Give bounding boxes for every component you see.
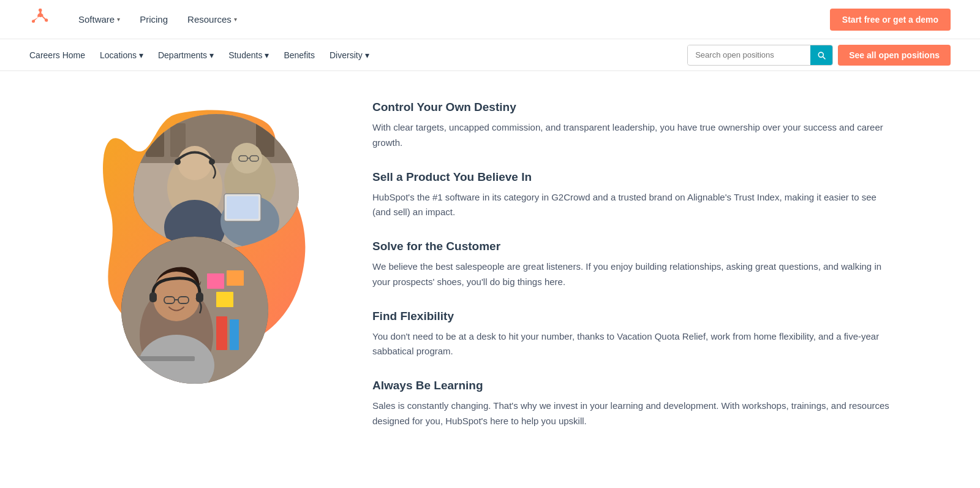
top-nav-links: Software ▾ Pricing Resources ▾ [71, 9, 830, 29]
hubspot-logo[interactable] [29, 9, 51, 31]
students-link[interactable]: Students ▾ [228, 50, 269, 60]
locations-link[interactable]: Locations ▾ [100, 50, 143, 60]
benefits-link[interactable]: Benefits [284, 50, 315, 60]
top-nav: Software ▾ Pricing Resources ▾ Start fre… [0, 0, 980, 39]
nav-resources[interactable]: Resources ▾ [180, 9, 244, 29]
feature-sell-product: Sell a Product You Believe In HubSpot's … [372, 170, 889, 221]
svg-rect-20 [227, 270, 244, 286]
search-input-wrap [687, 45, 833, 66]
search-button[interactable] [810, 45, 832, 65]
feature-title-5: Always Be Learning [372, 379, 889, 392]
nav-software[interactable]: Software ▾ [71, 9, 127, 29]
feature-title-3: Solve for the Customer [372, 240, 889, 253]
main-content: Control Your Own Destiny With clear targ… [61, 71, 919, 473]
search-input[interactable] [688, 45, 810, 64]
feature-title-4: Find Flexibility [372, 310, 889, 323]
woman-photo [121, 237, 268, 384]
diversity-link[interactable]: Diversity ▾ [330, 50, 369, 60]
svg-point-8 [209, 159, 215, 165]
image-section [91, 96, 323, 390]
svg-rect-17 [227, 196, 258, 219]
careers-home-link[interactable]: Careers Home [29, 50, 85, 60]
search-container: See all open positions [687, 45, 951, 66]
careers-nav: Careers Home Locations ▾ Departments ▾ S… [0, 39, 980, 71]
see-all-positions-button[interactable]: See all open positions [838, 45, 951, 66]
software-chevron-icon: ▾ [117, 16, 120, 23]
nav-pricing[interactable]: Pricing [132, 9, 175, 29]
feature-always-learning: Always Be Learning Sales is constantly c… [372, 379, 889, 429]
svg-point-7 [175, 159, 181, 165]
feature-desc-5: Sales is constantly changing. That's why… [372, 398, 889, 429]
feature-control-destiny: Control Your Own Destiny With clear targ… [372, 101, 889, 151]
photo-bottom [121, 237, 268, 384]
locations-chevron-icon: ▾ [139, 50, 143, 60]
departments-chevron-icon: ▾ [209, 50, 214, 60]
text-section: Control Your Own Destiny With clear targ… [372, 96, 889, 449]
svg-rect-19 [207, 273, 224, 289]
start-free-button[interactable]: Start free or get a demo [830, 9, 951, 31]
svg-rect-21 [216, 292, 233, 307]
feature-title-2: Sell a Product You Believe In [372, 170, 889, 184]
search-icon [816, 50, 826, 60]
svg-point-6 [178, 146, 212, 180]
svg-rect-23 [230, 319, 239, 350]
photo-bottom-image [121, 237, 268, 384]
feature-desc-3: We believe the best salespeople are grea… [372, 259, 889, 290]
feature-title-1: Control Your Own Destiny [372, 101, 889, 114]
feature-solve-customer: Solve for the Customer We believe the be… [372, 240, 889, 290]
students-chevron-icon: ▾ [265, 50, 269, 60]
departments-link[interactable]: Departments ▾ [158, 50, 214, 60]
feature-desc-4: You don't need to be at a desk to hit yo… [372, 329, 889, 360]
diversity-chevron-icon: ▾ [365, 50, 369, 60]
svg-rect-27 [149, 292, 157, 302]
feature-desc-2: HubSpot's the #1 software in its categor… [372, 190, 889, 221]
resources-chevron-icon: ▾ [234, 16, 237, 23]
svg-rect-22 [216, 316, 227, 350]
svg-rect-33 [134, 356, 195, 361]
feature-desc-1: With clear targets, uncapped commission,… [372, 120, 889, 151]
feature-find-flexibility: Find Flexibility You don't need to be at… [372, 310, 889, 360]
svg-point-11 [232, 143, 262, 173]
